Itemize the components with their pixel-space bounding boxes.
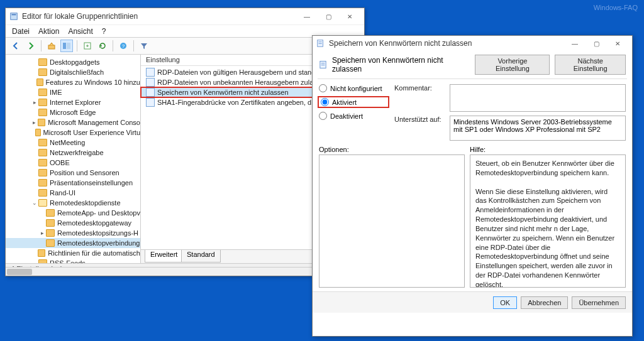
- radio-label: Aktiviert: [332, 99, 357, 106]
- svg-rect-2: [48, 45, 55, 49]
- tree-item[interactable]: Präsentationseinstellungen: [6, 178, 140, 188]
- comment-textarea[interactable]: [450, 84, 626, 112]
- radio-enabled[interactable]: Aktiviert: [319, 97, 388, 107]
- ok-button[interactable]: OK: [493, 296, 517, 309]
- tree-item[interactable]: OOBE: [6, 158, 140, 168]
- policy-icon: [316, 39, 325, 48]
- tree-item-label: Richtlinien für die automatisch: [48, 249, 140, 257]
- cancel-button[interactable]: Abbrechen: [521, 296, 568, 309]
- dialog-maximize-button[interactable]: ▢: [586, 36, 607, 50]
- export-button[interactable]: [81, 40, 94, 52]
- tree-item[interactable]: RSS-Feeds: [6, 258, 140, 263]
- tree-item[interactable]: ▸Remotedesktopsitzungs-H: [6, 228, 140, 238]
- back-button[interactable]: [9, 40, 22, 52]
- chevron-icon: ⌄: [31, 200, 38, 206]
- supported-label: Unterstützt auf:: [394, 116, 446, 123]
- svg-rect-9: [319, 41, 322, 42]
- next-setting-button[interactable]: Nächste Einstellung: [555, 55, 626, 75]
- folder-icon: [38, 149, 47, 156]
- radio-disabled[interactable]: Deaktiviert: [319, 112, 388, 120]
- tab-extended[interactable]: Erweitert: [145, 250, 183, 263]
- tree-item[interactable]: Microsoft User Experience Virtu: [6, 127, 140, 138]
- chevron-icon: ▸: [31, 119, 38, 126]
- tree-item-label: Remotedesktopdienste: [50, 199, 121, 207]
- setting-icon: [146, 68, 155, 77]
- menubar: Datei Aktion Ansicht ?: [6, 24, 364, 37]
- tree-item[interactable]: Rand-UI: [6, 188, 140, 198]
- tree-item[interactable]: ▸Microsoft Management Conso: [6, 117, 140, 127]
- app-icon: [9, 12, 18, 21]
- options-panel[interactable]: [319, 154, 465, 288]
- tree-item-label: Internet Explorer: [50, 99, 101, 106]
- folder-icon: [38, 99, 47, 106]
- filter-button[interactable]: [138, 40, 150, 52]
- folder-icon: [38, 119, 46, 126]
- tree-item[interactable]: Remotedesktopgateway: [6, 218, 140, 228]
- dialog-minimize-button[interactable]: —: [564, 36, 586, 50]
- apply-button[interactable]: Übernehmen: [572, 296, 626, 309]
- tab-standard[interactable]: Standard: [181, 250, 221, 263]
- folder-icon: [38, 189, 47, 197]
- tree-item[interactable]: Netzwerkfreigabe: [6, 148, 140, 158]
- menu-view[interactable]: Ansicht: [68, 27, 92, 36]
- supported-textarea[interactable]: Mindestens Windows Server 2003-Betriebss…: [450, 116, 626, 141]
- tree-item[interactable]: Digitalschließfach: [6, 67, 140, 77]
- window-policy-dialog: Speichern von Kennwörtern nicht zulassen…: [312, 35, 633, 337]
- refresh-button[interactable]: [96, 40, 109, 52]
- toolbar: ?: [6, 37, 364, 55]
- svg-rect-3: [63, 43, 66, 49]
- tree-item-label: Digitalschließfach: [50, 68, 104, 76]
- forward-button[interactable]: [25, 40, 37, 52]
- tree-item[interactable]: RemoteApp- und Desktopv: [6, 208, 140, 218]
- svg-rect-0: [11, 13, 18, 20]
- chevron-icon: ▸: [31, 99, 38, 106]
- tree-item[interactable]: Position und Sensoren: [6, 168, 140, 178]
- tree-pane[interactable]: DesktopgadgetsDigitalschließfachFeatures…: [6, 55, 141, 263]
- chevron-icon: ▸: [38, 230, 46, 236]
- comment-label: Kommentar:: [394, 84, 446, 92]
- folder-icon: [46, 239, 55, 247]
- up-button[interactable]: [45, 40, 58, 52]
- setting-icon: [146, 78, 155, 87]
- options-label: Optionen:: [319, 146, 470, 153]
- menu-help[interactable]: ?: [102, 27, 106, 36]
- tree-item[interactable]: ⌄Remotedesktopdienste: [6, 198, 140, 208]
- folder-icon: [38, 249, 46, 257]
- tree-item[interactable]: Microsoft Edge: [6, 107, 140, 117]
- tree-item[interactable]: Remotedesktopverbindung: [6, 238, 140, 248]
- folder-icon: [38, 159, 47, 166]
- tree-item[interactable]: Desktopgadgets: [6, 57, 140, 67]
- tree-item[interactable]: ▸Internet Explorer: [6, 97, 140, 107]
- previous-setting-button[interactable]: Vorherige Einstellung: [475, 55, 550, 75]
- policy-name: Speichern von Kennwörtern nicht zulassen: [332, 56, 465, 73]
- tree-item-label: NetMeeting: [50, 139, 85, 146]
- tree-item-label: RSS-Feeds: [50, 259, 86, 263]
- maximize-button[interactable]: ▢: [318, 9, 339, 23]
- folder-icon: [46, 209, 55, 217]
- menu-action[interactable]: Aktion: [38, 27, 59, 36]
- folder-icon: [38, 199, 47, 207]
- radio-not-configured[interactable]: Nicht konfiguriert: [319, 84, 388, 92]
- folder-icon: [38, 169, 47, 176]
- menu-file[interactable]: Datei: [12, 27, 30, 36]
- tree-item-label: RemoteApp- und Desktopv: [57, 209, 140, 217]
- dialog-titlebar[interactable]: Speichern von Kennwörtern nicht zulassen…: [313, 36, 632, 51]
- tree-item[interactable]: NetMeeting: [6, 138, 140, 148]
- svg-rect-1: [12, 14, 16, 16]
- minimize-button[interactable]: —: [296, 9, 318, 23]
- tree-item[interactable]: Features zu Windows 10 hinzu: [6, 77, 140, 87]
- setting-icon: [146, 98, 155, 107]
- setting-icon: [146, 88, 155, 97]
- tree-item[interactable]: IME: [6, 87, 140, 97]
- dialog-close-button[interactable]: ✕: [607, 36, 628, 50]
- gpe-titlebar[interactable]: Editor für lokale Gruppenrichtlinien — ▢…: [6, 8, 364, 24]
- close-button[interactable]: ✕: [339, 9, 360, 23]
- folder-icon: [36, 78, 43, 86]
- svg-rect-10: [319, 43, 322, 44]
- tree-item-label: Rand-UI: [50, 189, 75, 197]
- show-hide-tree-button[interactable]: [60, 40, 73, 52]
- help-panel[interactable]: Steuert, ob ein Benutzer Kennwörter über…: [470, 154, 626, 288]
- help-button[interactable]: ?: [117, 40, 130, 52]
- watermark: Windows-FAQ: [594, 4, 638, 11]
- tree-item[interactable]: Richtlinien für die automatisch: [6, 248, 140, 258]
